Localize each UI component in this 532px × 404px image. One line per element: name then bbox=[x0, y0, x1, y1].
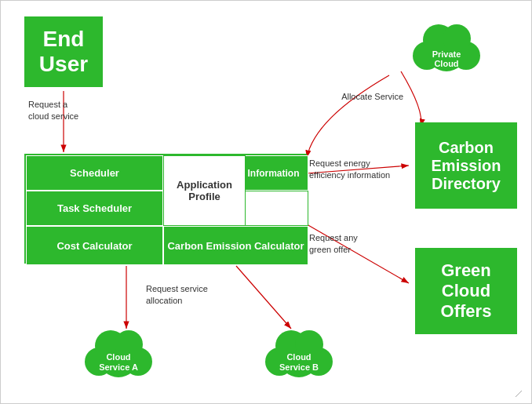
task-scheduler-cell: Task Scheduler bbox=[26, 191, 163, 226]
carbon-dir-label: Carbon Emission Directory bbox=[415, 139, 517, 193]
scheduler-panel: Scheduler Green Resource Information Tas… bbox=[24, 154, 307, 264]
private-cloud-svg: Private Cloud bbox=[403, 16, 490, 79]
request-cloud-service-label: Request acloud service bbox=[28, 99, 78, 123]
carbon-emission-directory-box: Carbon Emission Directory bbox=[415, 122, 517, 209]
request-energy-label: Request energyefficiency information bbox=[309, 158, 390, 182]
carbon-calc-cell: Carbon Emission Calculator bbox=[163, 226, 308, 265]
request-service-allocation-label: Request serviceallocation bbox=[146, 283, 208, 308]
cloud-service-b-svg: Cloud Service B bbox=[256, 322, 342, 385]
end-user-box: End User bbox=[24, 16, 103, 87]
cloud-service-a-svg: Cloud Service A bbox=[75, 322, 162, 385]
green-offers-label: Green Cloud Offers bbox=[415, 260, 517, 322]
cost-calculator-cell: Cost Calculator bbox=[26, 226, 163, 265]
watermark: ⟋ bbox=[512, 387, 525, 401]
svg-text:Cloud: Cloud bbox=[286, 352, 311, 362]
scheduler-cell: Scheduler bbox=[26, 155, 163, 191]
svg-text:Cloud: Cloud bbox=[434, 59, 458, 68]
svg-text:Cloud: Cloud bbox=[106, 352, 130, 362]
allocate-service-label: Allocate Service bbox=[341, 91, 403, 103]
svg-line-5 bbox=[236, 266, 291, 329]
svg-text:Service A: Service A bbox=[99, 362, 138, 372]
green-cloud-offers-box: Green Cloud Offers bbox=[415, 248, 517, 334]
svg-text:Private: Private bbox=[432, 49, 461, 59]
application-profile-cell: Application Profile bbox=[163, 155, 246, 226]
svg-point-10 bbox=[443, 24, 471, 53]
svg-text:Service B: Service B bbox=[279, 362, 319, 372]
request-green-offer-label: Request anygreen offer bbox=[309, 232, 358, 257]
end-user-label: End User bbox=[24, 27, 103, 77]
diagram: End User Carbon Emission Directory Green… bbox=[1, 1, 532, 404]
